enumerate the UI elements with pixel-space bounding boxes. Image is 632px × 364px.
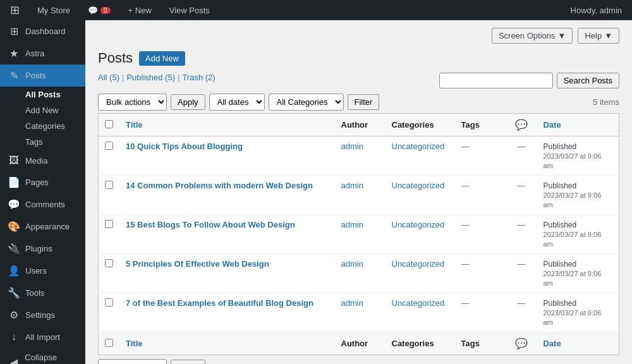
sidebar-item-settings[interactable]: ⚙ Settings <box>0 304 85 326</box>
appearance-icon: 🎨 <box>8 221 20 233</box>
table-header-row: Title Author Categories Tags 💬 Date <box>99 114 619 136</box>
wp-logo-icon[interactable]: ⊞ <box>5 3 25 17</box>
dashboard-icon: ⊞ <box>8 25 20 37</box>
sidebar-item-plugins[interactable]: 🔌 Plugins <box>0 238 85 260</box>
sidebar-item-comments[interactable]: 💬 Comments <box>0 193 85 215</box>
category-link-0[interactable]: Uncategorized <box>392 142 445 151</box>
settings-icon: ⚙ <box>8 309 20 321</box>
select-all-checkbox-bottom[interactable] <box>105 339 113 347</box>
footer-title[interactable]: Title <box>119 332 335 355</box>
search-posts-button[interactable]: Search Posts <box>557 73 619 88</box>
adminbar-new[interactable]: + New <box>123 6 157 15</box>
header-date[interactable]: Date <box>537 114 619 136</box>
post-author-0: admin <box>335 136 386 176</box>
page-title: Posts <box>98 50 133 66</box>
adminbar-view-posts[interactable]: View Posts <box>164 6 215 15</box>
author-link-3[interactable]: admin <box>341 259 363 269</box>
table-row: 7 of the Best Examples of Beautiful Blog… <box>99 293 619 332</box>
page-header: Posts Add New <box>98 50 619 66</box>
search-input[interactable] <box>439 73 553 88</box>
post-comments-1: — <box>506 176 537 215</box>
submenu-all-posts[interactable]: All Posts <box>0 87 85 102</box>
sidebar-item-users[interactable]: 👤 Users <box>0 260 85 282</box>
sidebar-item-all-import[interactable]: ↓ All Import <box>0 326 85 348</box>
chevron-down-icon: ▼ <box>558 31 566 40</box>
table-row: 10 Quick Tips About Blogging admin Uncat… <box>99 136 619 176</box>
help-button[interactable]: Help ▼ <box>578 28 619 44</box>
post-checkbox-0[interactable] <box>105 142 113 150</box>
submenu-tags[interactable]: Tags <box>0 134 85 150</box>
add-new-button[interactable]: Add New <box>139 51 185 66</box>
author-link-2[interactable]: admin <box>341 220 363 229</box>
post-tags-1: — <box>455 176 506 215</box>
post-tags-4: — <box>455 293 506 332</box>
sidebar-item-tools[interactable]: 🔧 Tools <box>0 282 85 304</box>
author-link-4[interactable]: admin <box>341 298 363 308</box>
sidebar-item-dashboard[interactable]: ⊞ Dashboard <box>0 20 85 42</box>
sidebar-item-pages[interactable]: 📄 Pages <box>0 171 85 193</box>
category-filter-select[interactable]: All Categories <box>269 94 344 111</box>
separator: | <box>178 73 179 82</box>
sidebar-item-astra[interactable]: ★ Astra <box>0 42 85 64</box>
sidebar-item-posts[interactable]: ✎ Posts <box>0 64 85 87</box>
filter-published-link[interactable]: Published (5) <box>126 73 175 82</box>
row-checkbox-0 <box>99 136 120 176</box>
post-tags-3: — <box>455 254 506 293</box>
filter-button[interactable]: Filter <box>348 94 380 110</box>
author-link-1[interactable]: admin <box>341 181 363 190</box>
category-link-3[interactable]: Uncategorized <box>392 259 445 269</box>
apply-button-bottom[interactable]: Apply <box>171 360 205 364</box>
bulk-actions-select-bottom[interactable]: Bulk actions <box>98 359 167 364</box>
posts-submenu: All Posts Add New Categories Tags <box>0 87 85 150</box>
post-title-link-0[interactable]: 10 Quick Tips About Blogging <box>126 142 243 151</box>
post-title-link-3[interactable]: 5 Principles Of Effective Web Design <box>126 259 269 269</box>
footer-date[interactable]: Date <box>537 332 619 355</box>
row-checkbox-4 <box>99 293 120 332</box>
post-title-link-4[interactable]: 7 of the Best Examples of Beautiful Blog… <box>126 298 313 308</box>
screen-options-button[interactable]: Screen Options ▼ <box>492 28 573 44</box>
bulk-actions-select-top[interactable]: Bulk actions <box>98 94 167 111</box>
post-checkbox-2[interactable] <box>105 220 113 228</box>
author-link-0[interactable]: admin <box>341 142 363 151</box>
header-title[interactable]: Title <box>119 114 335 136</box>
post-checkbox-1[interactable] <box>105 181 113 189</box>
post-date-value-1: 2023/03/27 at 9:06 am <box>544 191 602 209</box>
header-author: Author <box>335 114 386 136</box>
post-title-link-2[interactable]: 15 Best Blogs To Follow About Web Design <box>126 220 295 229</box>
posts-table-body: 10 Quick Tips About Blogging admin Uncat… <box>99 136 619 332</box>
select-all-checkbox-top[interactable] <box>105 120 113 128</box>
post-checkbox-4[interactable] <box>105 298 113 306</box>
post-title-2: 15 Best Blogs To Follow About Web Design <box>119 215 335 254</box>
date-filter-select[interactable]: All dates <box>209 94 265 111</box>
post-categories-0: Uncategorized <box>386 136 455 176</box>
apply-button-top[interactable]: Apply <box>171 94 205 110</box>
header-checkbox-col <box>99 114 120 136</box>
post-date-4: Published 2023/03/27 at 9:06 am <box>537 293 619 332</box>
post-author-3: admin <box>335 254 386 293</box>
submenu-add-new[interactable]: Add New <box>0 102 85 118</box>
adminbar-comments[interactable]: 💬 0 <box>83 6 116 15</box>
footer-tags: Tags <box>455 332 506 355</box>
admin-bar: ⊞ My Store 💬 0 + New View Posts Howdy, a… <box>0 0 632 20</box>
post-title-link-1[interactable]: 14 Common Problems with modern Web Desig… <box>126 181 313 190</box>
filter-all-link[interactable]: All (5) <box>98 73 119 82</box>
post-status-0: Published <box>544 142 577 151</box>
sidebar-collapse[interactable]: ◀ Collapse menu <box>0 348 85 364</box>
category-link-2[interactable]: Uncategorized <box>392 220 445 229</box>
top-toolbar: Bulk actions Apply All dates All Categor… <box>98 94 619 111</box>
filter-trash-link[interactable]: Trash (2) <box>182 73 215 82</box>
category-link-1[interactable]: Uncategorized <box>392 181 445 190</box>
header-comments: 💬 <box>506 114 537 136</box>
row-checkbox-1 <box>99 176 120 215</box>
tools-icon: 🔧 <box>8 287 20 299</box>
submenu-categories[interactable]: Categories <box>0 118 85 134</box>
media-icon: 🖼 <box>8 155 20 166</box>
sidebar-item-appearance[interactable]: 🎨 Appearance <box>0 215 85 238</box>
adminbar-site-name[interactable]: My Store <box>32 6 75 15</box>
post-checkbox-3[interactable] <box>105 259 113 267</box>
post-categories-3: Uncategorized <box>386 254 455 293</box>
astra-icon: ★ <box>8 47 20 59</box>
category-link-4[interactable]: Uncategorized <box>392 298 445 308</box>
sidebar-item-media[interactable]: 🖼 Media <box>0 150 85 171</box>
post-categories-4: Uncategorized <box>386 293 455 332</box>
